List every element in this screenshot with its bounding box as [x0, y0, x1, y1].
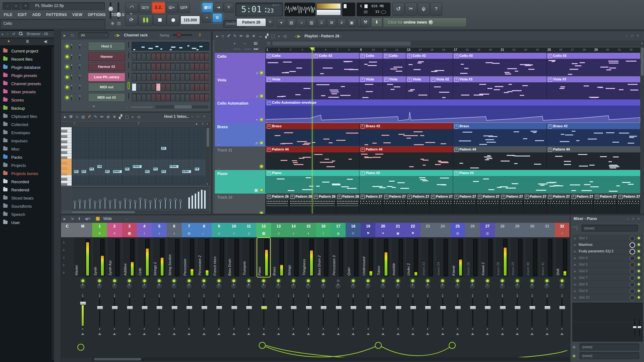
strip-number[interactable]: 24 — [435, 223, 450, 230]
stereo-sep[interactable]: ▲▼ — [405, 294, 420, 298]
strip-number[interactable]: 27 — [480, 223, 495, 230]
step-cell[interactable] — [146, 93, 151, 101]
channel-preview[interactable] — [132, 42, 209, 51]
pan-knob[interactable] — [246, 283, 252, 290]
clip-header[interactable]: ≡Pattern 27 — [547, 194, 570, 200]
track-label[interactable]: Track 13 ... — [215, 194, 265, 214]
panel-mini-fader-2[interactable] — [639, 319, 640, 336]
clip-header[interactable]: ≡Pattern 27 — [524, 194, 547, 200]
piano-note[interactable]: F5 — [195, 167, 199, 171]
menu-file[interactable]: FILE — [4, 13, 13, 17]
step-cell[interactable] — [161, 52, 165, 61]
velocity-bar[interactable] — [188, 197, 190, 209]
mixer-strip-piano[interactable]: 12 ▦ Piano ▲▼ — [256, 223, 271, 358]
undo-button[interactable]: ↺ — [392, 3, 404, 16]
fader-handle[interactable] — [127, 306, 133, 310]
fader-track[interactable] — [144, 298, 145, 326]
menu-edit[interactable]: EDIT — [18, 13, 27, 17]
download-icon[interactable]: ⬇ — [371, 18, 382, 27]
browser-search-icon[interactable] — [19, 32, 22, 35]
step-cell[interactable] — [142, 73, 146, 81]
clip-header[interactable]: ≡Piano #2 — [359, 170, 453, 176]
track-led[interactable] — [260, 118, 263, 121]
fader-handle[interactable] — [231, 306, 237, 310]
pr-target-icon[interactable]: ◎ — [81, 114, 85, 119]
channel-led[interactable] — [65, 75, 69, 79]
strip-number[interactable]: 22 — [405, 223, 420, 230]
pr-dot-button[interactable]: ▪ — [202, 122, 203, 125]
strip-number[interactable]: 29 — [510, 223, 525, 230]
browser-tab-file-icon[interactable]: 🗎 — [25, 39, 30, 44]
browser-up-icon[interactable]: ↑ — [7, 32, 8, 36]
step-cell[interactable] — [185, 52, 190, 61]
stereo-sep[interactable]: ▲▼ — [152, 294, 167, 298]
stereo-sep[interactable]: ▲▼ — [495, 294, 510, 298]
mixer-strip-bass-drum[interactable]: 10 ♪ Bass Drum ▲▼ — [226, 223, 242, 358]
pan-knob[interactable] — [454, 283, 461, 290]
stereo-sep[interactable]: ▲▼ — [480, 294, 495, 298]
browser-item-recorded[interactable]: Recorded — [0, 178, 52, 186]
stereo-sep[interactable]: ▲▼ — [286, 294, 301, 298]
step-cell[interactable] — [204, 93, 209, 101]
stereo-sep[interactable]: ▲▼ — [271, 294, 286, 298]
velocity-stem[interactable] — [145, 201, 146, 209]
strip-number[interactable]: C — [61, 223, 73, 230]
playlist-clip-cello-2[interactable]: ≡Cello #2 — [406, 53, 453, 76]
browser-item-rendered[interactable]: Rendered — [0, 186, 52, 194]
effect-slot-2[interactable]: ▶ Maximus — [572, 241, 642, 248]
tap-tempo-icon[interactable]: ◠̇ — [125, 3, 138, 13]
step-cell[interactable] — [136, 83, 141, 91]
clip-menu-icon[interactable]: ≡ — [267, 171, 271, 175]
mixer-strip-current[interactable]: C 30369 — [61, 223, 74, 358]
clip-menu-icon[interactable]: ≡ — [548, 78, 552, 82]
step-cell[interactable] — [156, 52, 161, 61]
fader-handle[interactable] — [320, 306, 327, 310]
stereo-sep[interactable]: ▲▼ — [525, 294, 540, 298]
clip-menu-icon[interactable]: ≡ — [361, 148, 365, 152]
playlist-clip-pattern-26[interactable]: ≡Pattern 26 — [312, 194, 336, 214]
fader-track[interactable] — [457, 298, 458, 326]
velocity-stem[interactable] — [105, 200, 105, 209]
stereo-sep[interactable]: ▲▼ — [540, 294, 554, 298]
route-arrow[interactable] — [471, 333, 474, 335]
news-banner[interactable]: Click for online news — [383, 18, 467, 27]
clip-menu-icon[interactable]: ≡ — [454, 195, 458, 199]
fader-handle[interactable] — [365, 306, 372, 310]
menu-add[interactable]: ADD — [32, 13, 41, 17]
playlist-clip-pattern-26[interactable]: ≡Pattern 26 — [265, 194, 289, 214]
strip-number[interactable]: 32 — [555, 223, 569, 230]
channel-led[interactable] — [65, 55, 69, 58]
mixer-strip-quiet[interactable]: 18 ⊂ Quiet ▲▼ — [346, 223, 361, 358]
clip-menu-icon[interactable]: ≡ — [431, 78, 435, 82]
stereo-sep[interactable]: ▲▼ — [346, 294, 360, 298]
mixer-strip-shift[interactable]: 32 ∴ Shift ▲▼ — [555, 223, 570, 358]
step-cell[interactable] — [136, 73, 141, 81]
step-cell[interactable] — [132, 52, 136, 61]
slot-mix-knob[interactable] — [630, 295, 635, 301]
velocity-stem[interactable] — [135, 202, 136, 209]
track-options[interactable]: ... — [217, 189, 220, 193]
clip-menu-icon[interactable]: ≡ — [314, 54, 318, 58]
rack-menu-icon[interactable]: ▶ — [64, 34, 66, 37]
step-cell[interactable] — [180, 93, 185, 101]
pan-knob[interactable] — [499, 283, 506, 290]
pan-knob[interactable] — [529, 283, 536, 290]
mixer-strip-synth-arp[interactable]: 2 ≡ Synth Arp ▲▼ — [107, 223, 122, 358]
fader-track[interactable] — [561, 298, 563, 326]
stereo-sep[interactable]: ▲▼ — [510, 294, 525, 298]
route-arrow[interactable] — [352, 333, 355, 335]
strip-number[interactable]: 12 — [256, 223, 271, 230]
clip-header[interactable]: ≡Pattern 26 — [289, 194, 313, 200]
pr-slice-icon[interactable]: ▞ — [119, 114, 122, 119]
velocity-stem[interactable] — [95, 203, 95, 209]
pan-knob[interactable] — [395, 283, 401, 290]
track-led[interactable] — [260, 71, 263, 74]
browser-item-current-project[interactable]: Current project — [0, 47, 52, 55]
velocity-bar[interactable] — [204, 190, 206, 209]
route-arrow[interactable] — [187, 333, 191, 335]
fader-handle[interactable] — [201, 306, 208, 310]
strip-number[interactable]: 20 — [375, 223, 390, 230]
playlist-clip-viola[interactable]: ≡Viola — [383, 76, 406, 100]
pr-maximize-button[interactable]: □ — [195, 114, 201, 119]
fader-handle[interactable] — [395, 306, 402, 310]
